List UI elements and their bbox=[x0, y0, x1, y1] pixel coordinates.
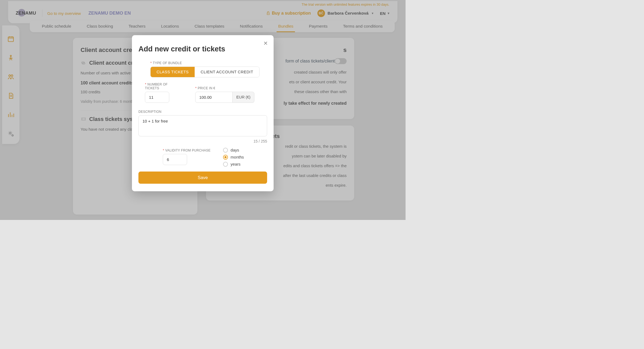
price-label: PRICE IN € bbox=[195, 86, 254, 90]
currency-suffix: EUR (€) bbox=[233, 92, 254, 103]
description-input[interactable] bbox=[138, 115, 267, 136]
radio-days[interactable]: days bbox=[223, 148, 244, 153]
number-of-tickets-label: NUMBER OF TICKETS bbox=[145, 82, 180, 90]
radio-icon bbox=[223, 162, 228, 167]
radio-icon bbox=[223, 155, 228, 160]
seg-client-credit[interactable]: CLIENT ACCOUNT CREDIT bbox=[195, 67, 259, 77]
validity-input[interactable] bbox=[163, 154, 187, 165]
bundle-type-segmented: CLASS TICKETS CLIENT ACCOUNT CREDIT bbox=[150, 67, 260, 77]
validity-label: VALIDITY FROM PURCHASE bbox=[163, 148, 211, 152]
type-of-bundle-label: TYPE OF BUNDLE bbox=[150, 61, 267, 65]
add-bundle-modal: ✕ Add new credit or tickets TYPE OF BUND… bbox=[132, 35, 274, 191]
radio-years[interactable]: years bbox=[223, 162, 244, 167]
char-count: 15 / 255 bbox=[138, 139, 267, 143]
seg-class-tickets[interactable]: CLASS TICKETS bbox=[151, 67, 195, 77]
modal-title: Add new credit or tickets bbox=[138, 45, 267, 53]
number-of-tickets-input[interactable] bbox=[145, 92, 169, 103]
save-button[interactable]: Save bbox=[138, 172, 267, 184]
radio-years-label: years bbox=[231, 162, 241, 166]
radio-months[interactable]: months bbox=[223, 155, 244, 160]
price-input[interactable] bbox=[195, 92, 233, 103]
close-icon[interactable]: ✕ bbox=[262, 40, 269, 47]
description-label: DESCRIPTION bbox=[138, 110, 267, 114]
radio-days-label: days bbox=[231, 148, 239, 152]
radio-icon bbox=[223, 148, 228, 153]
validity-unit-radios: days months years bbox=[223, 148, 244, 167]
radio-months-label: months bbox=[231, 155, 244, 159]
